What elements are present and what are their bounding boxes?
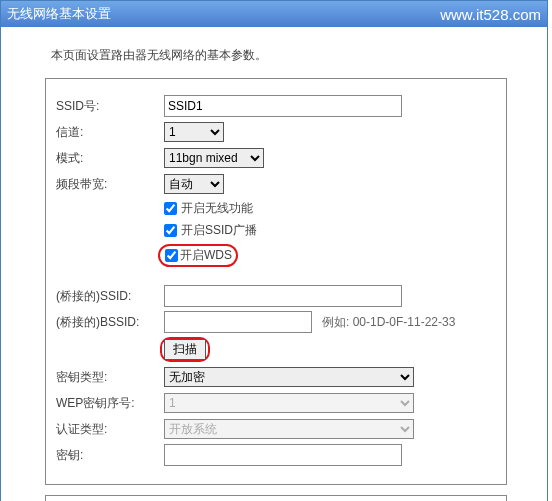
bandwidth-label: 频段带宽: — [56, 176, 164, 193]
watermark: www.it528.com — [440, 6, 541, 23]
settings-panel: SSID号: 信道: 1 模式: 11bgn mixed — [45, 78, 507, 485]
footer-buttons: 保 存 帮 助 — [45, 495, 507, 501]
channel-select[interactable]: 1 — [164, 122, 224, 142]
bridge-bssid-input[interactable] — [164, 311, 312, 333]
enable-wds-label: 开启WDS — [180, 247, 232, 264]
page-description: 本页面设置路由器无线网络的基本参数。 — [51, 47, 507, 64]
wep-index-select: 1 — [164, 393, 414, 413]
auth-type-label: 认证类型: — [56, 421, 164, 438]
window-title: 无线网络基本设置 — [7, 5, 111, 23]
bridge-ssid-label: (桥接的)SSID: — [56, 288, 164, 305]
bssid-example: 例如: 00-1D-0F-11-22-33 — [322, 314, 455, 331]
ssid-label: SSID号: — [56, 98, 164, 115]
key-label: 密钥: — [56, 447, 164, 464]
key-type-label: 密钥类型: — [56, 369, 164, 386]
bandwidth-select[interactable]: 自动 — [164, 174, 224, 194]
enable-ssid-broadcast-checkbox[interactable] — [164, 224, 177, 237]
wds-highlight: 开启WDS — [158, 244, 238, 267]
mode-select[interactable]: 11bgn mixed — [164, 148, 264, 168]
channel-label: 信道: — [56, 124, 164, 141]
scan-button[interactable]: 扫描 — [164, 339, 206, 360]
settings-window: 无线网络基本设置 www.it528.com 本页面设置路由器无线网络的基本参数… — [0, 0, 548, 501]
enable-wireless-checkbox[interactable] — [164, 202, 177, 215]
enable-ssid-broadcast-label: 开启SSID广播 — [181, 222, 257, 239]
key-input[interactable] — [164, 444, 402, 466]
bridge-bssid-label: (桥接的)BSSID: — [56, 314, 164, 331]
enable-wireless-label: 开启无线功能 — [181, 200, 253, 217]
scan-highlight: 扫描 — [160, 337, 210, 362]
titlebar: 无线网络基本设置 www.it528.com — [1, 1, 547, 27]
bridge-ssid-input[interactable] — [164, 285, 402, 307]
key-type-select[interactable]: 无加密 — [164, 367, 414, 387]
content-area: 本页面设置路由器无线网络的基本参数。 SSID号: 信道: 1 模式: — [1, 27, 547, 501]
ssid-input[interactable] — [164, 95, 402, 117]
mode-label: 模式: — [56, 150, 164, 167]
enable-wds-checkbox[interactable] — [165, 249, 178, 262]
wep-index-label: WEP密钥序号: — [56, 395, 164, 412]
auth-type-select: 开放系统 — [164, 419, 414, 439]
